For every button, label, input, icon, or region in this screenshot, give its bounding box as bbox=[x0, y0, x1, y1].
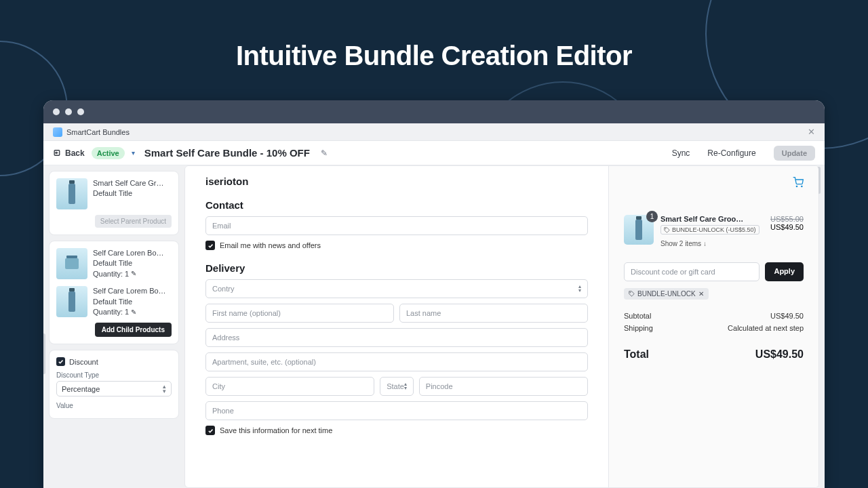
state-select[interactable]: State ▴▾ bbox=[380, 377, 414, 396]
state-value: State bbox=[387, 382, 404, 390]
add-child-button[interactable]: Add Child Products bbox=[95, 323, 172, 337]
app-header: SmartCart Bundles ✕ bbox=[43, 123, 825, 141]
shipping-label: Shipping bbox=[624, 324, 653, 332]
city-field[interactable]: City bbox=[205, 377, 374, 396]
placeholder: Address bbox=[212, 333, 239, 342]
product-variant: Default Title bbox=[93, 259, 132, 267]
contact-heading: Contact bbox=[205, 199, 588, 211]
save-info-checkbox[interactable] bbox=[205, 426, 215, 435]
discount-card: Discount Discount Type Percentage ▴▾ Val… bbox=[49, 350, 179, 419]
placeholder: Apartment, suite, etc. (optional) bbox=[212, 358, 316, 366]
discount-code-field[interactable]: Discount code or gift card bbox=[624, 262, 760, 281]
email-field[interactable]: Email bbox=[205, 216, 588, 235]
country-select[interactable]: Contry ▴▾ bbox=[205, 279, 588, 298]
chevron-down-icon[interactable]: ▾ bbox=[132, 149, 135, 157]
show-items-text: Show 2 items bbox=[660, 240, 701, 247]
window-titlebar bbox=[43, 100, 825, 123]
select-arrows-icon: ▴▾ bbox=[404, 382, 407, 390]
arrow-down-icon: ↓ bbox=[703, 240, 707, 247]
back-button[interactable]: Back bbox=[53, 148, 85, 158]
save-info-label: Save this information for next time bbox=[220, 426, 332, 434]
chip-text: BUNDLE-UNLOCK bbox=[637, 290, 696, 298]
placeholder: Pincode bbox=[426, 382, 453, 390]
sidebar: Smart Self Care Gr… Default Title Select… bbox=[43, 165, 184, 488]
placeholder: Email bbox=[212, 222, 231, 230]
edit-icon[interactable]: ✎ bbox=[131, 269, 136, 279]
back-icon bbox=[53, 148, 62, 157]
remove-chip-icon[interactable]: ✕ bbox=[698, 290, 704, 298]
qty-value: 1 bbox=[125, 307, 129, 317]
select-parent-button[interactable]: Select Parent Product bbox=[95, 215, 172, 228]
discount-type-value: Percentage bbox=[62, 385, 100, 393]
cart-icon[interactable] bbox=[793, 177, 804, 190]
window-dot[interactable] bbox=[53, 108, 60, 115]
discount-checkbox[interactable] bbox=[56, 357, 65, 366]
status-badge[interactable]: Active bbox=[92, 147, 125, 159]
pincode-field[interactable]: Pincode bbox=[419, 377, 588, 396]
child-products-card: Self Care Loren Bo… Default Title Quanti… bbox=[49, 241, 179, 344]
edit-icon[interactable]: ✎ bbox=[131, 308, 136, 317]
svg-point-3 bbox=[665, 228, 666, 229]
svg-point-4 bbox=[630, 292, 631, 293]
browser-window: SmartCart Bundles ✕ Back Active ▾ Smart … bbox=[43, 100, 825, 488]
shipping-value: Calculated at next step bbox=[728, 324, 804, 332]
sync-button[interactable]: Sync bbox=[672, 148, 690, 158]
total-label: Total bbox=[624, 348, 649, 361]
old-price: US$55.00 bbox=[770, 215, 804, 223]
placeholder: First name (optional) bbox=[212, 309, 281, 317]
store-name: iserioton bbox=[205, 176, 588, 187]
app-logo-icon bbox=[53, 127, 62, 137]
window-dot[interactable] bbox=[77, 108, 84, 115]
select-arrows-icon: ▴▾ bbox=[578, 285, 581, 292]
summary-thumb: 1 bbox=[624, 215, 654, 245]
svg-point-1 bbox=[796, 186, 797, 186]
product-name: Smart Self Care Gr… bbox=[93, 178, 164, 188]
svg-point-2 bbox=[802, 186, 802, 186]
discount-tag-text: BUNDLE-UNLOCK (-US$5.50) bbox=[672, 226, 756, 233]
news-offers-checkbox[interactable] bbox=[205, 241, 215, 250]
qty-badge: 1 bbox=[646, 211, 658, 222]
discount-type-label: Discount Type bbox=[56, 371, 172, 379]
order-summary: 1 Smart Self Care Grooming Co… BUNDLE-UN… bbox=[608, 166, 818, 487]
discount-tag: BUNDLE-UNLOCK (-US$5.50) bbox=[660, 225, 760, 235]
news-offers-label: Email me with news and offers bbox=[220, 241, 321, 249]
subtotal-value: US$49.50 bbox=[770, 312, 804, 320]
phone-field[interactable]: Phone bbox=[205, 401, 588, 420]
show-items-toggle[interactable]: Show 2 items ↓ bbox=[660, 240, 764, 247]
address-field[interactable]: Address bbox=[205, 328, 588, 347]
qty-label: Quantity: bbox=[93, 269, 123, 279]
edit-icon[interactable]: ✎ bbox=[321, 148, 328, 158]
discount-type-select[interactable]: Percentage ▴▾ bbox=[56, 381, 172, 396]
apartment-field[interactable]: Apartment, suite, etc. (optional) bbox=[205, 352, 588, 371]
subtotal-label: Subtotal bbox=[624, 312, 651, 320]
tag-icon bbox=[664, 227, 670, 233]
placeholder: City bbox=[212, 382, 225, 390]
product-variant: Default Title bbox=[93, 298, 132, 306]
close-icon[interactable]: ✕ bbox=[808, 127, 815, 137]
select-arrows-icon: ▴▾ bbox=[163, 384, 166, 393]
product-name: Self Care Loren Bo… bbox=[93, 248, 167, 258]
window-dot[interactable] bbox=[65, 108, 72, 115]
back-label: Back bbox=[65, 148, 85, 158]
last-name-field[interactable]: Last name bbox=[399, 304, 588, 323]
apply-button[interactable]: Apply bbox=[765, 262, 804, 281]
scrollbar-thumb[interactable] bbox=[43, 333, 45, 374]
update-button[interactable]: Update bbox=[774, 146, 815, 161]
product-name: Self Care Lorem Bo… bbox=[93, 286, 167, 296]
first-name-field[interactable]: First name (optional) bbox=[205, 304, 394, 323]
product-thumb bbox=[56, 286, 87, 317]
country-value: Contry bbox=[212, 285, 234, 293]
placeholder: Phone bbox=[212, 407, 234, 415]
product-thumb bbox=[56, 248, 87, 279]
status-text: Active bbox=[97, 149, 119, 157]
app-name: SmartCart Bundles bbox=[66, 128, 130, 136]
page-title: Smart Self Care Bundle - 10% OFF bbox=[144, 147, 310, 159]
placeholder: Discount code or gift card bbox=[631, 268, 715, 276]
qty-label: Quantity: bbox=[93, 307, 123, 317]
discount-chip[interactable]: BUNDLE-UNLOCK ✕ bbox=[624, 288, 709, 300]
discount-label: Discount bbox=[69, 358, 98, 366]
tag-icon bbox=[629, 291, 635, 297]
delivery-heading: Delivery bbox=[205, 262, 588, 274]
placeholder: Last name bbox=[406, 309, 441, 317]
reconfigure-button[interactable]: Re-Configure bbox=[707, 148, 755, 158]
